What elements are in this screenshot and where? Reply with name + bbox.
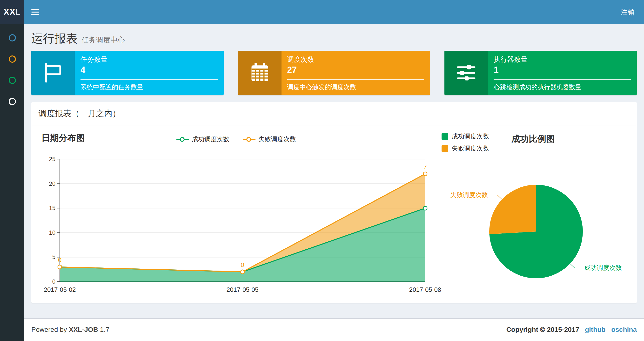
legend-label: 成功调度次数 bbox=[452, 132, 489, 141]
y-axis-label: 25 bbox=[49, 156, 56, 162]
circle-icon bbox=[8, 34, 16, 41]
logout-link[interactable]: 注销 bbox=[611, 0, 644, 24]
success-point bbox=[423, 206, 427, 210]
page-subtitle: 任务调度中心 bbox=[82, 36, 125, 44]
page-header: 运行报表任务调度中心 bbox=[24, 24, 644, 51]
line-chart-title: 日期分布图 bbox=[42, 132, 85, 144]
x-axis-label: 2017-05-08 bbox=[409, 286, 441, 293]
report-panel: 调度报表（一月之内） 日期分布图 成功调度次数 bbox=[31, 102, 637, 303]
date-distribution-chart: 日期分布图 成功调度次数 失败调度次数 bbox=[38, 131, 434, 298]
info-box-description: 系统中配置的任务数量 bbox=[80, 83, 218, 91]
brand-text: XXL-JOB bbox=[69, 325, 98, 333]
oschina-link[interactable]: oschina bbox=[611, 325, 637, 333]
y-axis-label: 10 bbox=[49, 229, 56, 236]
sidebar-item-1[interactable] bbox=[0, 27, 24, 48]
version-text: 1.7 bbox=[100, 325, 110, 333]
panel-title: 调度报表（一月之内） bbox=[31, 102, 637, 125]
pie-label-line bbox=[490, 195, 502, 199]
info-box-content: 执行器数量 1 心跳检测成功的执行器机器数量 bbox=[488, 51, 637, 95]
legend-item-success[interactable]: 成功调度次数 bbox=[176, 135, 230, 144]
pie-legend-swatch-icon bbox=[442, 133, 448, 140]
fail-point bbox=[423, 172, 427, 176]
y-axis-label: 5 bbox=[52, 254, 56, 260]
xxl-job-dashboard: XXL 注销 运行报表任务调度中心 bbox=[0, 0, 644, 341]
sliders-icon bbox=[455, 62, 478, 84]
info-box-description: 调度中心触发的调度次数 bbox=[287, 83, 424, 91]
content-area: 运行报表任务调度中心 任务数量 4 系统中配置的任务数量 bbox=[24, 24, 644, 318]
x-axis-label: 2017-05-05 bbox=[226, 286, 258, 293]
line-chart-legend: 成功调度次数 失败调度次数 bbox=[38, 135, 434, 144]
info-box-icon-area bbox=[31, 51, 75, 95]
x-axis-label: 2017-05-02 bbox=[44, 286, 76, 293]
y-axis-label: 15 bbox=[49, 205, 56, 211]
panel-body: 日期分布图 成功调度次数 失败调度次数 bbox=[31, 125, 637, 303]
copyright-text: Copyright © 2015-2017 bbox=[506, 325, 579, 333]
circle-icon bbox=[8, 77, 16, 84]
pie-chart-canvas: 成功调度次数失败调度次数 bbox=[440, 153, 628, 297]
success-ratio-chart: 成功调度次数 失败调度次数 成功比例图 成功调度次数失败调度次数 bbox=[440, 131, 630, 298]
pie-slice-label: 失败调度次数 bbox=[450, 191, 488, 198]
footer-copyright: Copyright © 2015-2017 github oschina bbox=[506, 325, 637, 334]
info-box-content: 调度次数 27 调度中心触发的调度次数 bbox=[281, 51, 430, 95]
progress-bar bbox=[287, 78, 424, 79]
page-title: 运行报表任务调度中心 bbox=[31, 31, 637, 48]
legend-item-fail[interactable]: 失败调度次数 bbox=[243, 135, 296, 144]
top-navbar: XXL 注销 bbox=[0, 0, 644, 24]
info-box-row: 任务数量 4 系统中配置的任务数量 bbox=[31, 51, 637, 95]
pie-chart-legend: 成功调度次数 失败调度次数 bbox=[442, 132, 489, 153]
line-legend-marker-icon bbox=[176, 137, 189, 142]
pie-chart-header: 成功调度次数 失败调度次数 成功比例图 bbox=[440, 131, 630, 153]
info-box-title: 任务数量 bbox=[80, 55, 218, 64]
line-legend-marker-icon bbox=[243, 137, 256, 142]
progress-bar bbox=[494, 78, 631, 79]
line-chart-header: 日期分布图 成功调度次数 失败调度次数 bbox=[38, 131, 434, 148]
page-title-text: 运行报表 bbox=[31, 32, 78, 45]
sidebar bbox=[0, 24, 24, 341]
info-box-title: 调度次数 bbox=[287, 55, 424, 64]
progress-bar bbox=[80, 78, 218, 79]
legend-item-fail[interactable]: 失败调度次数 bbox=[442, 144, 489, 153]
info-box-content: 任务数量 4 系统中配置的任务数量 bbox=[75, 51, 224, 95]
fail-point bbox=[58, 265, 62, 269]
info-box-title: 执行器数量 bbox=[494, 55, 631, 64]
fail-point-label: 0 bbox=[58, 256, 62, 264]
pie-slice-label: 成功调度次数 bbox=[584, 264, 622, 271]
sidebar-item-3[interactable] bbox=[0, 70, 24, 91]
powered-text: Powered by bbox=[31, 325, 67, 333]
pie-label-line bbox=[570, 264, 582, 268]
calendar-icon bbox=[248, 62, 271, 84]
sidebar-toggle-button[interactable] bbox=[24, 0, 46, 24]
info-box-value: 27 bbox=[287, 65, 424, 75]
line-chart-canvas: 05101520250072017-05-022017-05-052017-05… bbox=[38, 148, 434, 298]
y-axis-label: 20 bbox=[49, 180, 56, 187]
logo-text-bold: XX bbox=[3, 7, 16, 17]
y-axis-label: 0 bbox=[52, 278, 56, 285]
legend-label: 失败调度次数 bbox=[258, 135, 296, 144]
legend-item-success[interactable]: 成功调度次数 bbox=[442, 132, 489, 141]
info-box-description: 心跳检测成功的执行器机器数量 bbox=[494, 83, 631, 91]
info-box-jobs: 任务数量 4 系统中配置的任务数量 bbox=[31, 51, 224, 95]
main-content: 任务数量 4 系统中配置的任务数量 bbox=[24, 51, 644, 303]
progress-track bbox=[494, 78, 631, 79]
flag-icon bbox=[42, 62, 64, 84]
footer-powered-by: Powered by XXL-JOB 1.7 bbox=[31, 325, 110, 334]
app-logo[interactable]: XXL bbox=[0, 0, 24, 24]
footer: Powered by XXL-JOB 1.7 Copyright © 2015-… bbox=[24, 318, 644, 341]
sidebar-item-4[interactable] bbox=[0, 91, 24, 112]
legend-label: 成功调度次数 bbox=[192, 135, 230, 144]
circle-icon bbox=[8, 55, 16, 63]
progress-track bbox=[287, 78, 424, 79]
github-link[interactable]: github bbox=[585, 325, 606, 333]
sidebar-menu bbox=[0, 24, 24, 112]
fail-point-label: 0 bbox=[241, 261, 244, 268]
fail-point bbox=[240, 270, 244, 274]
pie-legend-swatch-icon bbox=[442, 145, 448, 152]
circle-icon bbox=[8, 98, 16, 105]
pie-slice bbox=[489, 185, 536, 234]
pie-chart-title: 成功比例图 bbox=[512, 133, 555, 145]
legend-label: 失败调度次数 bbox=[452, 144, 489, 153]
info-box-icon-area bbox=[445, 51, 488, 95]
logo-text-light: L bbox=[16, 7, 21, 17]
hamburger-icon bbox=[31, 8, 39, 17]
sidebar-item-2[interactable] bbox=[0, 48, 24, 70]
